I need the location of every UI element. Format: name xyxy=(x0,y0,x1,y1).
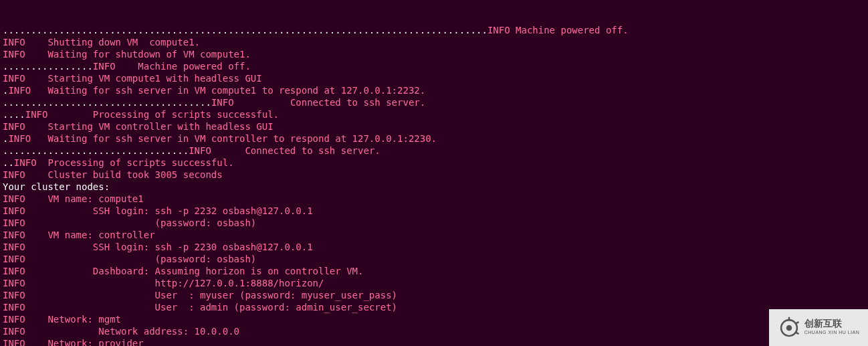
terminal-segment: INFO Connected to ssh server. xyxy=(189,145,381,156)
terminal-segment: INFO Shutting down VM compute1. xyxy=(3,37,200,48)
terminal-line: .INFO Waiting for ssh server in VM compu… xyxy=(3,84,865,96)
terminal-line: INFO Network: provider xyxy=(3,337,865,346)
terminal-segment: INFO Starting VM compute1 with headless … xyxy=(3,73,262,84)
terminal-line: INFO Network: mgmt xyxy=(3,313,865,325)
terminal-line: INFO Shutting down VM compute1. xyxy=(3,36,865,48)
terminal-line: INFO Starting VM compute1 with headless … xyxy=(3,72,865,84)
terminal-line: ........................................… xyxy=(3,24,865,36)
terminal-segment: ................................. xyxy=(3,145,189,156)
terminal-segment: INFO Network: provider xyxy=(3,338,144,346)
watermark-logo: 创新互联 CHUANG XIN HU LIAN xyxy=(769,309,868,346)
svg-point-1 xyxy=(786,325,792,331)
terminal-segment: Your cluster nodes: xyxy=(3,181,110,192)
terminal-segment: INFO (password: osbash) xyxy=(3,254,256,264)
terminal-line: .....................................INF… xyxy=(3,96,865,108)
terminal-segment: ........................................… xyxy=(3,25,487,35)
terminal-segment: INFO Waiting for ssh server in VM contro… xyxy=(8,133,437,144)
terminal-line: INFO (password: osbash) xyxy=(3,253,865,265)
terminal-segment: INFO Connected to ssh server. xyxy=(211,97,425,108)
terminal-segment: INFO http://127.0.0.1:8888/horizon/ xyxy=(3,278,324,288)
terminal-segment: INFO SSH login: ssh -p 2232 osbash@127.0… xyxy=(3,205,313,216)
terminal-segment: INFO Machine powered off. xyxy=(93,61,251,72)
terminal-line: INFO SSH login: ssh -p 2232 osbash@127.0… xyxy=(3,205,865,217)
terminal-line: INFO Waiting for shutdown of VM compute1… xyxy=(3,48,865,60)
terminal-segment: INFO User : myuser (password: myuser_use… xyxy=(3,290,397,300)
terminal-line: INFO VM name: compute1 xyxy=(3,193,865,205)
terminal-segment: INFO Waiting for shutdown of VM compute1… xyxy=(3,49,251,60)
terminal-segment: INFO Waiting for ssh server in VM comput… xyxy=(8,85,425,96)
terminal-segment: INFO VM name: compute1 xyxy=(3,193,144,204)
terminal-line: INFO Network address: 10.0.0.0 xyxy=(3,325,865,337)
terminal-line: ....INFO Processing of scripts successfu… xyxy=(3,108,865,120)
watermark-icon xyxy=(778,317,800,339)
terminal-segment: INFO Starting VM controller with headles… xyxy=(3,121,274,132)
terminal-line: .................................INFO Co… xyxy=(3,145,865,157)
terminal-line: INFO Starting VM controller with headles… xyxy=(3,120,865,133)
terminal-segment: INFO Machine powered off. xyxy=(487,25,629,35)
terminal-segment: INFO Processing of scripts successful. xyxy=(25,109,279,120)
terminal-line: INFO User : myuser (password: myuser_use… xyxy=(3,289,865,301)
watermark-text: 创新互联 CHUANG XIN HU LIAN xyxy=(804,319,860,337)
terminal-output[interactable]: ........................................… xyxy=(3,0,865,346)
terminal-segment: INFO Network address: 10.0.0.0 xyxy=(3,326,239,337)
terminal-line: INFO (password: osbash) xyxy=(3,217,865,229)
terminal-segment: ................ xyxy=(3,61,93,72)
terminal-line: INFO Dashboard: Assuming horizon is on c… xyxy=(3,265,865,277)
terminal-segment: INFO Processing of scripts successful. xyxy=(14,157,234,168)
terminal-line: ..INFO Processing of scripts successful. xyxy=(3,157,865,169)
terminal-line: INFO http://127.0.0.1:8888/horizon/ xyxy=(3,277,865,289)
terminal-segment: INFO User : admin (password: admin_user_… xyxy=(3,302,397,313)
terminal-line: INFO VM name: controller xyxy=(3,229,865,241)
terminal-line: INFO User : admin (password: admin_user_… xyxy=(3,301,865,313)
terminal-segment: INFO SSH login: ssh -p 2230 osbash@127.0… xyxy=(3,242,313,252)
terminal-line: ................INFO Machine powered off… xyxy=(3,60,865,72)
terminal-segment: INFO VM name: controller xyxy=(3,230,155,240)
terminal-segment: .. xyxy=(3,157,14,168)
terminal-line: INFO Cluster build took 3005 seconds xyxy=(3,169,865,181)
terminal-segment: INFO (password: osbash) xyxy=(3,218,256,228)
terminal-line: Your cluster nodes: xyxy=(3,181,865,193)
terminal-segment: ..................................... xyxy=(3,97,211,108)
terminal-line: .INFO Waiting for ssh server in VM contr… xyxy=(3,133,865,145)
terminal-line: INFO SSH login: ssh -p 2230 osbash@127.0… xyxy=(3,241,865,253)
terminal-segment: INFO Cluster build took 3005 seconds xyxy=(3,169,223,180)
terminal-segment: .... xyxy=(3,109,25,120)
terminal-segment: INFO Dashboard: Assuming horizon is on c… xyxy=(3,266,363,276)
terminal-segment: INFO Network: mgmt xyxy=(3,314,121,325)
